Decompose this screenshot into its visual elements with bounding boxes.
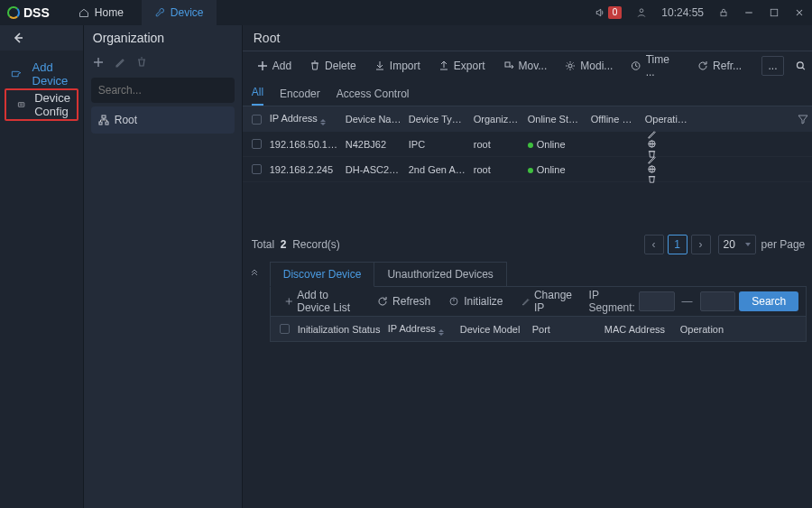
col-operation: Operation: [641, 114, 692, 125]
trash-icon: [309, 60, 320, 71]
pencil-icon[interactable]: [647, 129, 657, 139]
table-row[interactable]: 192.168.50.143 N42BJ62 IPC root Online: [243, 132, 812, 157]
disc-refresh-button[interactable]: Refresh: [370, 291, 438, 312]
lock-button[interactable]: [718, 7, 729, 18]
svg-rect-2: [770, 9, 778, 16]
back-button[interactable]: [0, 25, 83, 51]
refresh-button[interactable]: Refr...: [690, 55, 749, 77]
discover-table-header: Initialization Status IP Address Device …: [270, 317, 807, 342]
row-checkbox[interactable]: [248, 164, 266, 174]
speaker-icon: [595, 7, 605, 18]
org-search[interactable]: [91, 78, 235, 103]
modify-button[interactable]: Modi...: [558, 55, 620, 77]
status-dot-icon: [528, 143, 533, 148]
titlebar: DSS Home Device 0 10:24:55: [0, 0, 812, 25]
notif-badge: 0: [608, 6, 623, 19]
svg-rect-1: [721, 12, 726, 16]
col-reason[interactable]: Offline Reason: [587, 114, 641, 125]
delete-button[interactable]: Delete: [302, 55, 364, 77]
arrow-left-icon: [11, 31, 25, 45]
filter-icon[interactable]: [798, 114, 808, 125]
table-row[interactable]: 192.168.2.245 DH-ASC2204... 2nd Gen Acce…: [243, 157, 812, 182]
col-mac[interactable]: MAC Address: [601, 324, 677, 335]
org-search-input[interactable]: [91, 84, 241, 97]
browser-icon[interactable]: [647, 139, 657, 149]
pager-perpage: per Page: [761, 238, 806, 251]
initialize-button[interactable]: Initialize: [441, 291, 510, 312]
ipsegment-to[interactable]: [700, 291, 736, 311]
changeip-button[interactable]: Change IP: [514, 291, 582, 312]
maximize-icon: [769, 7, 780, 18]
pager-page[interactable]: 1: [668, 235, 687, 254]
nav-add-device[interactable]: Add Device: [0, 60, 83, 88]
pencil-icon[interactable]: [115, 57, 125, 68]
more-button[interactable]: ...: [761, 56, 784, 76]
col-port[interactable]: Port: [529, 324, 601, 335]
app-name: DSS: [23, 5, 50, 20]
filter-tab-all[interactable]: All: [252, 86, 263, 106]
plus-icon[interactable]: [93, 57, 104, 68]
addlist-button[interactable]: Add to Device List: [278, 291, 366, 312]
browser-icon[interactable]: [647, 164, 657, 174]
pager-prev[interactable]: ‹: [644, 235, 664, 254]
org-tree-root[interactable]: Root: [91, 106, 235, 134]
user-menu[interactable]: [636, 7, 647, 18]
org-title: Organization: [84, 25, 242, 51]
camera-icon: [11, 68, 23, 80]
move-button[interactable]: Mov...: [496, 55, 555, 77]
col-model[interactable]: Device Model: [457, 324, 529, 335]
checkbox-all[interactable]: [248, 115, 266, 125]
col-ip[interactable]: IP Address: [384, 323, 457, 336]
col-ip[interactable]: IP Address: [266, 113, 342, 125]
pager-total: Total 2 Record(s): [252, 238, 340, 251]
nav-device-config[interactable]: Device Config: [6, 90, 77, 119]
add-button[interactable]: Add: [250, 55, 299, 77]
pencil-icon: [521, 296, 530, 307]
pager-next[interactable]: ›: [691, 235, 711, 254]
tab-device[interactable]: Device: [142, 0, 217, 25]
pencil-icon[interactable]: [647, 154, 657, 164]
org-icon: [98, 115, 109, 125]
checkbox-all[interactable]: [276, 324, 294, 334]
col-name[interactable]: Device Name: [342, 114, 405, 125]
ipsegment-from[interactable]: [639, 291, 675, 311]
left-sidebar: Add Device Device Config: [0, 25, 84, 508]
clock-text: 10:24:55: [661, 6, 704, 19]
notifications[interactable]: 0: [595, 6, 623, 19]
pager-size-select[interactable]: 20: [718, 235, 756, 254]
close-button[interactable]: [794, 7, 805, 18]
dash-icon: —: [682, 295, 693, 308]
discover-panel: Discover Device Unauthorized Devices Add…: [263, 262, 812, 342]
search-icon[interactable]: [795, 60, 807, 72]
export-button[interactable]: Export: [431, 55, 493, 77]
tab-device-label: Device: [171, 6, 204, 19]
filter-tab-encoder[interactable]: Encoder: [280, 88, 320, 106]
maximize-button[interactable]: [769, 7, 780, 18]
col-status[interactable]: Online Status: [524, 114, 587, 125]
filter-tab-access[interactable]: Access Control: [337, 88, 410, 106]
col-init[interactable]: Initialization Status: [294, 324, 384, 335]
tab-unauthorized[interactable]: Unauthorized Devices: [374, 262, 506, 287]
plus-icon: [257, 60, 268, 71]
minimize-button[interactable]: [743, 7, 754, 18]
discover-search-button[interactable]: Search: [739, 291, 798, 311]
time-button[interactable]: Time ...: [623, 55, 687, 77]
tab-home[interactable]: Home: [66, 0, 136, 25]
filter-tabs: All Encoder Access Control: [243, 79, 812, 106]
tab-discover[interactable]: Discover Device: [270, 262, 375, 287]
refresh-icon: [377, 296, 388, 307]
main-panel: Root Add Delete Import Export Mov... Mod…: [243, 25, 812, 508]
col-org[interactable]: Organization: [470, 114, 524, 125]
collapse-toggle[interactable]: [246, 265, 263, 282]
trash-icon[interactable]: [136, 57, 147, 68]
init-icon: [448, 296, 459, 307]
collapse-icon: [249, 268, 260, 279]
svg-rect-6: [99, 122, 102, 125]
svg-rect-5: [102, 115, 106, 118]
highlight-box: Device Config: [5, 88, 78, 121]
row-checkbox[interactable]: [248, 139, 266, 149]
col-type[interactable]: Device Type: [405, 114, 470, 125]
import-button[interactable]: Import: [367, 55, 428, 77]
discover-toolbar: Add to Device List Refresh Initialize Ch…: [270, 286, 807, 317]
gear-icon: [565, 60, 576, 71]
